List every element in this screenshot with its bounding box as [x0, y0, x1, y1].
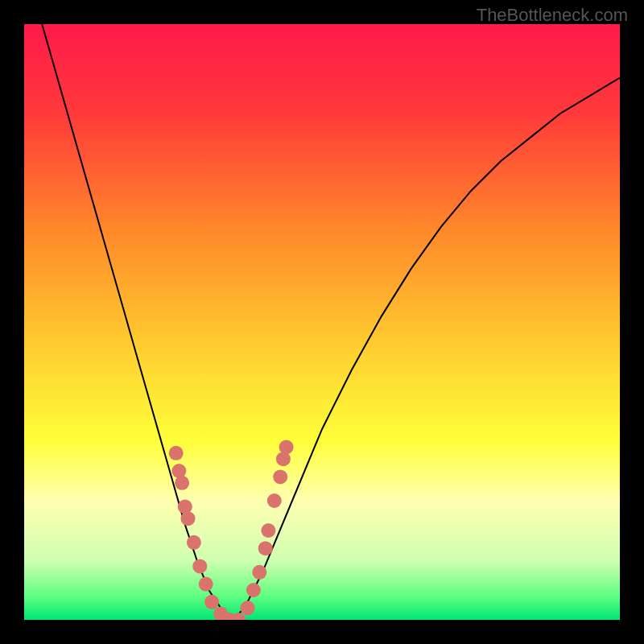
scatter-point: [267, 493, 282, 508]
scatter-point: [273, 469, 287, 484]
scatter-point: [175, 476, 189, 490]
scatter-point: [181, 511, 196, 526]
scatter-point: [252, 565, 266, 580]
chart-plot-area: [24, 24, 620, 620]
scatter-point: [246, 583, 261, 597]
scatter-point: [258, 541, 273, 555]
scatter-point: [192, 559, 207, 573]
scatter-point: [169, 446, 184, 460]
scatter-point: [204, 595, 219, 609]
scatter-point: [187, 535, 201, 550]
scatter-point: [241, 601, 255, 615]
scatter-point: [279, 440, 294, 454]
watermark-text: TheBottleneck.com: [477, 5, 628, 26]
scatter-point: [199, 577, 213, 592]
chart-svg: [24, 24, 620, 620]
chart-background: [24, 24, 620, 620]
scatter-point: [261, 523, 275, 538]
